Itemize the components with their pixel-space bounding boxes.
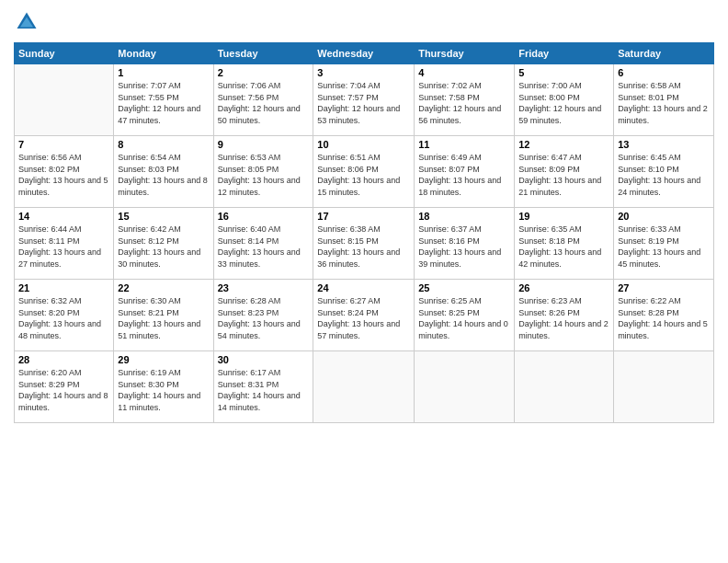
calendar-cell: 18Sunrise: 6:37 AMSunset: 8:16 PMDayligh… [415, 208, 515, 280]
day-header-thursday: Thursday [415, 43, 515, 64]
day-number: 18 [418, 211, 510, 222]
day-info: Sunrise: 6:53 AMSunset: 8:05 PMDaylight:… [218, 152, 310, 198]
day-info: Sunrise: 6:19 AMSunset: 8:30 PMDaylight:… [118, 367, 209, 413]
calendar-header-row: SundayMondayTuesdayWednesdayThursdayFrid… [15, 43, 714, 64]
logo [14, 9, 43, 35]
day-header-saturday: Saturday [614, 43, 714, 64]
day-info: Sunrise: 7:06 AMSunset: 7:56 PMDaylight:… [218, 80, 310, 126]
day-info: Sunrise: 6:27 AMSunset: 8:24 PMDaylight:… [317, 295, 410, 341]
day-info: Sunrise: 6:38 AMSunset: 8:15 PMDaylight:… [317, 224, 410, 270]
day-header-friday: Friday [515, 43, 614, 64]
day-info: Sunrise: 6:37 AMSunset: 8:16 PMDaylight:… [418, 224, 510, 270]
calendar-cell: 5Sunrise: 7:00 AMSunset: 8:00 PMDaylight… [515, 64, 614, 136]
day-header-wednesday: Wednesday [313, 43, 415, 64]
calendar-cell: 13Sunrise: 6:45 AMSunset: 8:10 PMDayligh… [614, 136, 714, 208]
calendar-week-0: 1Sunrise: 7:07 AMSunset: 7:55 PMDaylight… [15, 64, 714, 136]
calendar-cell: 9Sunrise: 6:53 AMSunset: 8:05 PMDaylight… [213, 136, 313, 208]
day-info: Sunrise: 6:35 AMSunset: 8:18 PMDaylight:… [518, 224, 609, 270]
day-info: Sunrise: 6:23 AMSunset: 8:26 PMDaylight:… [518, 295, 609, 341]
day-info: Sunrise: 6:20 AMSunset: 8:29 PMDaylight:… [18, 367, 109, 413]
calendar-cell: 24Sunrise: 6:27 AMSunset: 8:24 PMDayligh… [313, 280, 415, 351]
day-number: 8 [118, 139, 209, 150]
day-number: 13 [618, 139, 710, 150]
day-number: 15 [118, 211, 209, 222]
day-number: 27 [618, 282, 710, 293]
calendar-cell: 15Sunrise: 6:42 AMSunset: 8:12 PMDayligh… [114, 208, 213, 280]
day-info: Sunrise: 7:02 AMSunset: 7:58 PMDaylight:… [418, 80, 510, 126]
day-header-monday: Monday [114, 43, 213, 64]
day-number: 24 [317, 282, 410, 293]
calendar-cell: 23Sunrise: 6:28 AMSunset: 8:23 PMDayligh… [213, 280, 313, 351]
day-number: 10 [317, 139, 410, 150]
day-info: Sunrise: 6:22 AMSunset: 8:28 PMDaylight:… [618, 295, 710, 341]
day-number: 28 [18, 354, 109, 365]
day-info: Sunrise: 7:04 AMSunset: 7:57 PMDaylight:… [317, 80, 410, 126]
header-area [14, 9, 714, 35]
calendar-cell: 14Sunrise: 6:44 AMSunset: 8:11 PMDayligh… [15, 208, 114, 280]
day-info: Sunrise: 6:17 AMSunset: 8:31 PMDaylight:… [218, 367, 310, 413]
calendar-cell: 29Sunrise: 6:19 AMSunset: 8:30 PMDayligh… [114, 351, 213, 423]
calendar-cell: 28Sunrise: 6:20 AMSunset: 8:29 PMDayligh… [15, 351, 114, 423]
day-number: 9 [218, 139, 310, 150]
day-number: 6 [618, 67, 710, 78]
calendar-cell: 7Sunrise: 6:56 AMSunset: 8:02 PMDaylight… [15, 136, 114, 208]
day-number: 19 [518, 211, 609, 222]
day-info: Sunrise: 7:00 AMSunset: 8:00 PMDaylight:… [518, 80, 609, 126]
day-info: Sunrise: 6:58 AMSunset: 8:01 PMDaylight:… [618, 80, 710, 126]
day-number: 11 [418, 139, 510, 150]
calendar-cell: 21Sunrise: 6:32 AMSunset: 8:20 PMDayligh… [15, 280, 114, 351]
calendar-cell: 22Sunrise: 6:30 AMSunset: 8:21 PMDayligh… [114, 280, 213, 351]
calendar-cell: 17Sunrise: 6:38 AMSunset: 8:15 PMDayligh… [313, 208, 415, 280]
calendar-cell: 25Sunrise: 6:25 AMSunset: 8:25 PMDayligh… [415, 280, 515, 351]
day-info: Sunrise: 6:45 AMSunset: 8:10 PMDaylight:… [618, 152, 710, 198]
day-number: 4 [418, 67, 510, 78]
day-info: Sunrise: 6:44 AMSunset: 8:11 PMDaylight:… [18, 224, 109, 270]
day-number: 5 [518, 67, 609, 78]
day-number: 30 [218, 354, 310, 365]
calendar-week-3: 21Sunrise: 6:32 AMSunset: 8:20 PMDayligh… [15, 280, 714, 351]
day-info: Sunrise: 6:56 AMSunset: 8:02 PMDaylight:… [18, 152, 109, 198]
day-number: 22 [118, 282, 209, 293]
calendar-cell: 12Sunrise: 6:47 AMSunset: 8:09 PMDayligh… [515, 136, 614, 208]
calendar-cell: 11Sunrise: 6:49 AMSunset: 8:07 PMDayligh… [415, 136, 515, 208]
day-number: 3 [317, 67, 410, 78]
logo-icon [14, 9, 40, 35]
calendar-cell: 3Sunrise: 7:04 AMSunset: 7:57 PMDaylight… [313, 64, 415, 136]
calendar-cell [614, 351, 714, 423]
day-number: 16 [218, 211, 310, 222]
calendar-cell: 6Sunrise: 6:58 AMSunset: 8:01 PMDaylight… [614, 64, 714, 136]
day-info: Sunrise: 6:30 AMSunset: 8:21 PMDaylight:… [118, 295, 209, 341]
day-info: Sunrise: 6:40 AMSunset: 8:14 PMDaylight:… [218, 224, 310, 270]
day-info: Sunrise: 6:28 AMSunset: 8:23 PMDaylight:… [218, 295, 310, 341]
day-number: 7 [18, 139, 109, 150]
day-info: Sunrise: 7:07 AMSunset: 7:55 PMDaylight:… [118, 80, 209, 126]
day-info: Sunrise: 6:54 AMSunset: 8:03 PMDaylight:… [118, 152, 209, 198]
day-number: 26 [518, 282, 609, 293]
calendar-cell: 30Sunrise: 6:17 AMSunset: 8:31 PMDayligh… [213, 351, 313, 423]
day-header-sunday: Sunday [15, 43, 114, 64]
calendar-cell: 20Sunrise: 6:33 AMSunset: 8:19 PMDayligh… [614, 208, 714, 280]
main-container: SundayMondayTuesdayWednesdayThursdayFrid… [0, 0, 728, 432]
calendar-cell [515, 351, 614, 423]
calendar-cell: 27Sunrise: 6:22 AMSunset: 8:28 PMDayligh… [614, 280, 714, 351]
day-number: 23 [218, 282, 310, 293]
day-number: 17 [317, 211, 410, 222]
calendar-cell: 16Sunrise: 6:40 AMSunset: 8:14 PMDayligh… [213, 208, 313, 280]
day-number: 20 [618, 211, 710, 222]
day-info: Sunrise: 6:32 AMSunset: 8:20 PMDaylight:… [18, 295, 109, 341]
calendar-week-2: 14Sunrise: 6:44 AMSunset: 8:11 PMDayligh… [15, 208, 714, 280]
day-info: Sunrise: 6:33 AMSunset: 8:19 PMDaylight:… [618, 224, 710, 270]
day-info: Sunrise: 6:47 AMSunset: 8:09 PMDaylight:… [518, 152, 609, 198]
calendar-week-1: 7Sunrise: 6:56 AMSunset: 8:02 PMDaylight… [15, 136, 714, 208]
day-number: 21 [18, 282, 109, 293]
day-info: Sunrise: 6:25 AMSunset: 8:25 PMDaylight:… [418, 295, 510, 341]
calendar-cell: 2Sunrise: 7:06 AMSunset: 7:56 PMDaylight… [213, 64, 313, 136]
day-number: 1 [118, 67, 209, 78]
calendar-cell: 1Sunrise: 7:07 AMSunset: 7:55 PMDaylight… [114, 64, 213, 136]
day-header-tuesday: Tuesday [213, 43, 313, 64]
day-info: Sunrise: 6:49 AMSunset: 8:07 PMDaylight:… [418, 152, 510, 198]
day-info: Sunrise: 6:51 AMSunset: 8:06 PMDaylight:… [317, 152, 410, 198]
calendar-cell: 10Sunrise: 6:51 AMSunset: 8:06 PMDayligh… [313, 136, 415, 208]
calendar-cell [415, 351, 515, 423]
calendar-cell: 19Sunrise: 6:35 AMSunset: 8:18 PMDayligh… [515, 208, 614, 280]
